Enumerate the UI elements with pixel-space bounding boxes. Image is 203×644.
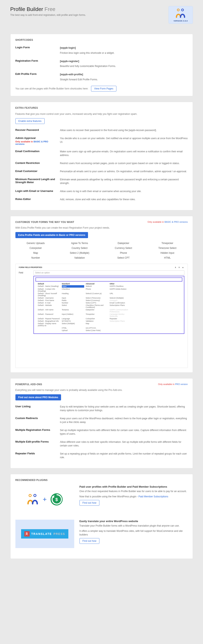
shot-option[interactable]: Select (Timezone) [86, 297, 108, 299]
shot-option[interactable]: Datepicker [86, 309, 108, 313]
shot-option[interactable]: Select (Currency) [86, 300, 108, 302]
field-type-item: HTML [147, 256, 188, 259]
shot-option[interactable]: Email Confirmation [110, 302, 132, 304]
header: Profile Builder Free The best way to add… [10, 6, 193, 24]
shot-option[interactable] [134, 302, 160, 304]
shot-option[interactable] [110, 327, 132, 329]
shot-option[interactable]: Subscription Plans [110, 304, 132, 308]
rec-tp-icon: 文 TRANSLATEPRESS [16, 520, 74, 548]
shot-option[interactable]: GDPR Checkbox [110, 285, 132, 288]
edit-profile-desc: Straight forward Edit Profile Forms. [60, 78, 98, 81]
shot-option[interactable]: Phone [86, 288, 108, 292]
addon-label: Multiple Edit-profile Forms [16, 440, 56, 448]
shot-option[interactable]: Number [62, 302, 84, 304]
shot-option[interactable] [38, 330, 60, 332]
shot-option[interactable]: Default - Display name publicly as [38, 322, 60, 326]
shot-option[interactable] [134, 330, 160, 332]
shot-option[interactable]: Select (Multiple) [62, 322, 84, 326]
shot-option[interactable]: Default - Repeat Password [38, 318, 60, 320]
shot-option[interactable] [110, 322, 132, 326]
shot-option[interactable]: reCAPTCHA [86, 327, 108, 329]
shot-option[interactable]: Colorpicker [86, 318, 108, 320]
addon-desc: Allow different user roles to edit their… [60, 440, 188, 448]
pro-modules-button[interactable]: Find out more about PRO Modules [16, 394, 61, 400]
shot-option[interactable] [134, 288, 160, 292]
rec-pms-title: Paid user profiles with Profile Builder … [80, 485, 187, 488]
addon-row: User ListingEasy to edit templates for l… [16, 405, 188, 412]
shot-option[interactable] [134, 318, 160, 320]
shot-option[interactable]: Default - AIM name [38, 309, 60, 313]
shot-option[interactable]: Heading [62, 292, 84, 296]
shot-option[interactable]: HTML [62, 327, 84, 329]
shot-option[interactable] [134, 300, 160, 302]
shot-option[interactable]: Language [62, 318, 84, 320]
shot-option[interactable]: Default - Username [38, 297, 60, 299]
shot-option[interactable]: Default - E-mail [38, 302, 60, 304]
enable-extra-button[interactable]: Enable extra features [16, 118, 44, 124]
shot-option[interactable] [134, 285, 160, 288]
shot-search-input[interactable] [36, 278, 182, 282]
shot-option[interactable]: Timepicker [86, 313, 108, 317]
shot-option[interactable] [134, 304, 160, 308]
shot-option[interactable]: Select (User Role) [86, 330, 108, 332]
feature-desc: Restrict users from accessing certain pa… [60, 162, 188, 165]
shot-option[interactable]: Default - Name (Heading) [38, 285, 60, 288]
shot-option[interactable] [134, 322, 160, 326]
shot-select[interactable]: Select an option [34, 270, 184, 275]
feature-label: Email Confirmation [16, 150, 56, 157]
shot-option[interactable]: Default - Website [38, 304, 60, 308]
extra-feature-row: Email CustomizerPersonalize all emails s… [16, 170, 188, 173]
shot-option[interactable] [134, 327, 160, 329]
shot-option[interactable]: Default - Biographical Info [38, 320, 60, 322]
rec-tp-button[interactable]: Find out how [80, 538, 100, 544]
shot-option[interactable] [38, 327, 60, 329]
shot-option[interactable]: Default - Password [38, 313, 60, 317]
shot-option[interactable]: Checkbox [62, 288, 84, 292]
shot-option[interactable]: Validation [86, 320, 108, 322]
customize-only-link[interactable]: BASIC & PRO versions [164, 221, 188, 223]
shot-option[interactable]: Map [86, 322, 108, 326]
register-form-desc: Beautiful and fully customizable Registr… [60, 65, 116, 68]
shot-option[interactable]: Repeater [110, 318, 132, 320]
shot-option[interactable]: Radio [62, 300, 84, 302]
feature-desc: Add, remove, clone and edit roles and al… [60, 198, 188, 201]
shot-option[interactable]: Checkbox (Terms and Conditions) [86, 304, 108, 308]
shot-option[interactable]: Input [62, 285, 84, 288]
rec-pms-link[interactable]: Paid Member Subscriptions [138, 495, 168, 498]
shot-option[interactable]: Select2 [86, 285, 108, 288]
login-shortcode: [wppb-login] [60, 46, 188, 50]
shot-option[interactable]: Textarea [62, 309, 84, 313]
shot-option[interactable] [110, 330, 132, 332]
shot-option[interactable]: WYSIWYG [62, 320, 84, 322]
shot-option[interactable]: Default - About Yourself (Heading) [38, 292, 60, 296]
shot-option[interactable]: Select (CPT) [86, 302, 108, 304]
field-type-item: Validation [59, 256, 100, 259]
addons-only-link[interactable]: PRO version [175, 383, 188, 386]
view-form-pages-button[interactable]: View Form Pages [91, 86, 116, 92]
addon-label: Multiple Registration Forms [16, 428, 56, 436]
shot-option[interactable]: Input: [62, 297, 84, 299]
shot-option[interactable]: Default - Contact Info (Heading) [38, 288, 60, 292]
extra-feature-row: Login with Email or UsernameAllow users … [16, 190, 188, 193]
field-type-item: Country Select [59, 247, 100, 250]
shot-option[interactable] [134, 309, 160, 313]
shot-option[interactable]: Select2 (Multiple) [110, 297, 132, 299]
shot-option[interactable]: URL [110, 292, 132, 296]
rec-pms-button[interactable]: Find out how [80, 500, 100, 506]
shot-option[interactable] [134, 313, 160, 317]
addon-row: Multiple Registration FormsSet up multip… [16, 428, 188, 436]
shot-option[interactable] [134, 292, 160, 296]
shot-option[interactable]: Select [62, 304, 84, 308]
version-box: VERSION 3.9.9 [168, 6, 193, 24]
shot-option[interactable]: Upload [62, 330, 84, 332]
addon-desc: Set up multiple registration forms with … [60, 428, 188, 436]
shot-option[interactable] [134, 297, 160, 299]
shot-option[interactable]: Select2 (Custom js) [86, 292, 108, 296]
shot-option[interactable]: Default - First Name [38, 300, 60, 302]
shot-option[interactable]: Input (Hidden) [62, 313, 84, 317]
extra-feature-row: Email ConfirmationMake sure users sign u… [16, 150, 188, 157]
shot-option[interactable]: GDPR Delete Button [110, 288, 132, 292]
extra-fields-cta-button[interactable]: Extra Profile Fields are available in Ba… [16, 232, 88, 238]
rec-tp-title: Easily translate your entire WordPress w… [80, 520, 188, 523]
shot-option[interactable] [134, 320, 160, 322]
